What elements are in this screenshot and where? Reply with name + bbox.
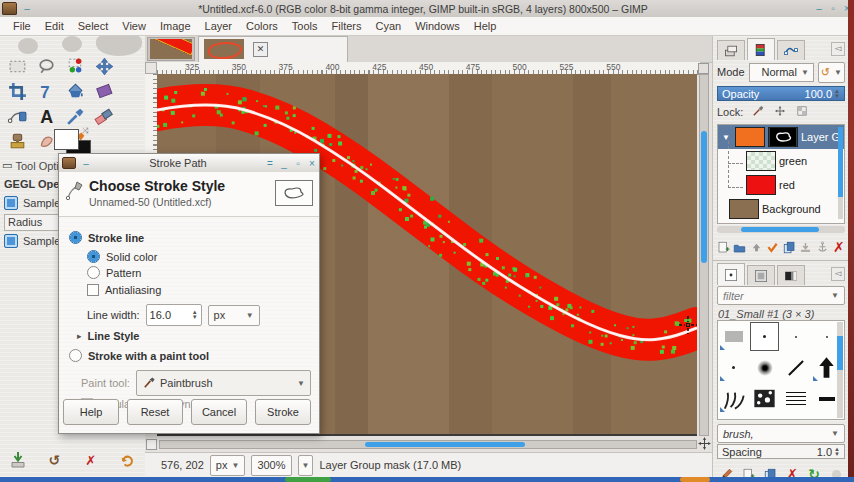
delete-state-icon[interactable]: ✗ <box>81 450 101 470</box>
configure-tab-icon[interactable]: ◅ <box>831 42 845 56</box>
unit-select[interactable]: px▼ <box>210 455 246 476</box>
dialog-title-bar[interactable]: – Stroke Path = _ ▫ × <box>59 154 319 173</box>
menu-layer[interactable]: Layer <box>198 19 240 33</box>
configure-tab-icon[interactable]: ◅ <box>831 267 845 281</box>
brush-select[interactable]: brush,▼ <box>717 424 845 443</box>
menu-colors[interactable]: Colors <box>239 19 285 33</box>
menu-view[interactable]: View <box>115 19 153 33</box>
dialog-menu-icon[interactable]: – <box>79 158 93 169</box>
brush-grid-scrollbar[interactable] <box>837 322 843 418</box>
tab-brushes[interactable] <box>717 263 745 285</box>
ruler-toggle-icon[interactable] <box>698 63 709 74</box>
reset-button[interactable]: Reset <box>127 399 183 425</box>
eraser-tool-icon[interactable] <box>91 104 118 129</box>
brush-cell-rect[interactable] <box>719 322 748 351</box>
lock-alpha-icon[interactable] <box>795 104 809 120</box>
mode-select[interactable]: Normal▼ <box>749 63 814 82</box>
brush-cell-fuzzy[interactable] <box>750 353 779 382</box>
reset-state-icon[interactable] <box>117 450 137 470</box>
layer-name[interactable]: red <box>779 179 795 191</box>
lock-brush-icon[interactable] <box>751 104 765 120</box>
cancel-button[interactable]: Cancel <box>191 399 247 425</box>
select-by-color-tool-icon[interactable] <box>62 54 89 79</box>
stroke-button[interactable]: Stroke <box>255 399 311 425</box>
menu-image[interactable]: Image <box>153 19 198 33</box>
lock-move-icon[interactable] <box>773 104 787 120</box>
new-group-button[interactable] <box>732 239 748 255</box>
undo-state-icon[interactable]: ↺ <box>44 450 64 470</box>
tab-channels[interactable] <box>747 38 775 60</box>
brush-filter-input[interactable]: filter▼ <box>717 286 845 305</box>
anchor-layer-button[interactable] <box>814 239 830 255</box>
duplicate-layer-button[interactable] <box>781 239 797 255</box>
ruler-corner[interactable] <box>145 62 157 74</box>
minimize-button[interactable]: – <box>812 3 826 14</box>
refresh-brushes-button[interactable]: ↻ <box>806 466 822 477</box>
menu-cyan[interactable]: Cyan <box>368 19 408 33</box>
brush-cell-line[interactable] <box>781 353 810 382</box>
horizontal-scrollbar[interactable] <box>159 440 697 449</box>
lower-layer-button[interactable] <box>765 239 781 255</box>
spacing-slider[interactable]: Spacing 1.0 ▲▼ <box>717 444 845 459</box>
bucket-fill-tool-icon[interactable] <box>62 79 89 104</box>
help-button[interactable]: Help <box>63 399 119 425</box>
delete-layer-button[interactable]: ✗ <box>831 239 847 255</box>
dialog-maximize-button[interactable]: ▫ <box>291 158 305 169</box>
mode-options-button[interactable]: ↺▼ <box>818 62 845 83</box>
layer-row-background[interactable]: Background <box>718 197 844 221</box>
line-width-unit-select[interactable]: px▼ <box>208 305 260 326</box>
layer-row-red[interactable]: red <box>718 173 844 197</box>
layer-thumbnail[interactable] <box>729 199 759 219</box>
raise-layer-button[interactable] <box>748 239 764 255</box>
image-tab-2[interactable]: ✕ <box>198 36 348 62</box>
crop-tool-icon[interactable] <box>4 79 31 104</box>
brush-cell-fuzzy[interactable] <box>719 415 748 420</box>
layer-thumbnail[interactable] <box>746 175 776 195</box>
menu-select[interactable]: Select <box>71 19 116 33</box>
paint-tool-select[interactable]: Paintbrush ▼ <box>136 370 311 396</box>
quickmask-toggle[interactable] <box>146 439 157 450</box>
pattern-radio[interactable] <box>87 266 100 279</box>
free-select-tool-icon[interactable] <box>33 54 60 79</box>
open-as-image-button[interactable] <box>828 466 844 477</box>
new-layer-button[interactable] <box>715 239 731 255</box>
brush-cell-vine[interactable] <box>719 384 748 413</box>
new-brush-button[interactable] <box>740 466 756 477</box>
line-style-expander[interactable]: Line Style <box>88 330 140 342</box>
move-tool-icon[interactable] <box>91 54 118 79</box>
maximize-button[interactable]: ▫ <box>826 3 840 14</box>
navigation-icon[interactable] <box>698 437 711 450</box>
layer-mask-thumbnail[interactable] <box>768 127 798 147</box>
clone-tool-icon[interactable] <box>4 129 31 154</box>
zoom-chevron-button[interactable]: ▼ <box>298 455 314 476</box>
menu-windows[interactable]: Windows <box>408 19 467 33</box>
image-tab-1[interactable] <box>147 37 195 61</box>
close-tab-icon[interactable]: ✕ <box>253 42 268 57</box>
swap-colors-icon[interactable]: ⤨ <box>82 126 88 136</box>
opacity-slider[interactable]: Opacity 100.0 ▲▼ <box>717 86 845 101</box>
line-width-input[interactable]: 16.0▲▼ <box>146 304 202 326</box>
menu-tools[interactable]: Tools <box>285 19 325 33</box>
gradient-tool-icon[interactable] <box>91 79 118 104</box>
dialog-minimize-button[interactable]: _ <box>277 158 291 169</box>
sample-merged-checkbox[interactable] <box>4 234 18 248</box>
layer-list-scrollbar[interactable] <box>838 127 843 219</box>
dialog-close-button[interactable]: × <box>305 158 319 169</box>
layer-name[interactable]: Layer G <box>801 131 840 143</box>
expander-arrow-icon[interactable]: ▸ <box>77 331 82 341</box>
duplicate-brush-button[interactable] <box>762 466 778 477</box>
brush-cell-blank[interactable] <box>750 415 779 420</box>
window-menu-icon[interactable]: – <box>20 3 34 14</box>
tab-patterns[interactable] <box>747 265 775 285</box>
paths-tool-icon[interactable] <box>4 104 31 129</box>
brush-cell-sponge[interactable] <box>750 384 779 413</box>
brush-cell-dot2[interactable] <box>781 322 810 351</box>
brush-cell-fuzzy[interactable] <box>781 415 810 420</box>
transform-tool-icon[interactable]: 7 <box>33 79 60 104</box>
foreground-color-swatch[interactable] <box>54 129 79 150</box>
save-preset-icon[interactable] <box>8 450 28 470</box>
dialog-shade-icon[interactable]: = <box>263 158 277 169</box>
menu-filters[interactable]: Filters <box>325 19 369 33</box>
layer-name[interactable]: Background <box>762 203 821 215</box>
delete-brush-button[interactable]: ✗ <box>784 466 800 477</box>
